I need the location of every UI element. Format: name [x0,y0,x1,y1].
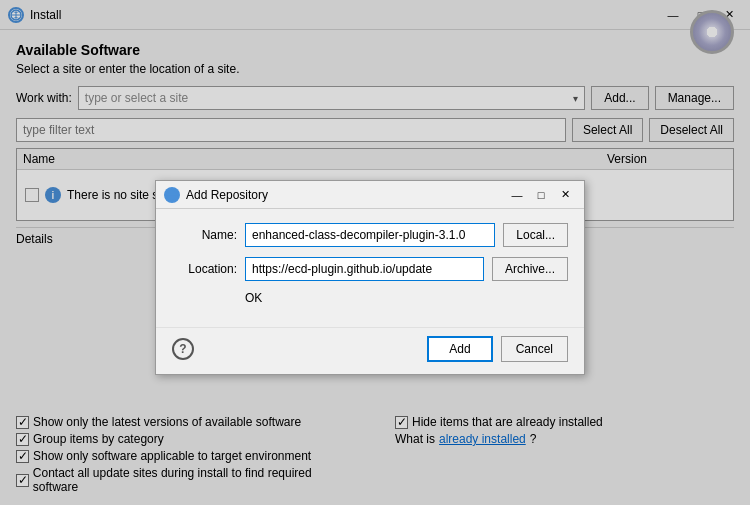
name-row: Name: Local... [172,223,568,247]
dialog-icon [164,187,180,203]
dialog-maximize-button[interactable]: □ [530,185,552,205]
location-row: Location: Archive... [172,257,568,281]
location-input[interactable] [245,257,484,281]
add-button[interactable]: Add [427,336,492,362]
local-button[interactable]: Local... [503,223,568,247]
name-label: Name: [172,228,237,242]
dialog-close-button[interactable]: ✕ [554,185,576,205]
modal-overlay: Add Repository — □ ✕ Name: Local... Loca… [0,0,750,505]
dialog-controls: — □ ✕ [506,185,576,205]
dialog-title: Add Repository [186,188,268,202]
help-icon[interactable]: ? [172,338,194,360]
modal-titlebar: Add Repository — □ ✕ [156,181,584,209]
location-label: Location: [172,262,237,276]
dialog-footer: ? Add Cancel [156,327,584,374]
add-repository-dialog: Add Repository — □ ✕ Name: Local... Loca… [155,180,585,375]
dialog-body: Name: Local... Location: Archive... OK [156,209,584,327]
archive-button[interactable]: Archive... [492,257,568,281]
cancel-button[interactable]: Cancel [501,336,568,362]
ok-text: OK [172,291,568,305]
name-input[interactable] [245,223,495,247]
dialog-buttons: Add Cancel [427,336,568,362]
dialog-minimize-button[interactable]: — [506,185,528,205]
